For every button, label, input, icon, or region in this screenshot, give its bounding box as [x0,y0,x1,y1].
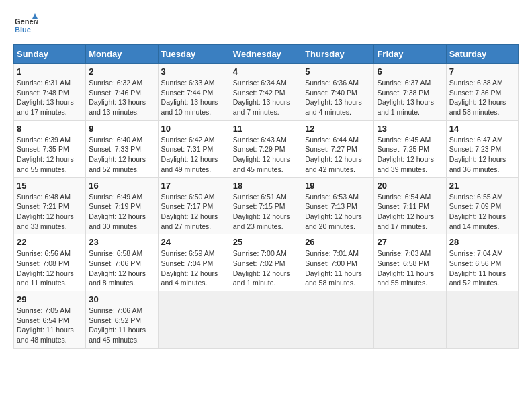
calendar-cell: 21Sunrise: 6:55 AM Sunset: 7:09 PM Dayli… [446,177,518,234]
day-number: 25 [233,237,299,247]
day-info: Sunrise: 6:39 AM Sunset: 7:35 PM Dayligh… [17,135,83,175]
day-number: 29 [17,294,83,304]
calendar-cell [158,291,230,349]
day-number: 3 [161,66,227,77]
day-number: 22 [17,237,83,247]
day-number: 15 [17,181,83,191]
day-number: 7 [449,66,515,77]
day-info: Sunrise: 6:38 AM Sunset: 7:36 PM Dayligh… [449,78,515,118]
day-number: 16 [89,181,154,191]
calendar-cell: 17Sunrise: 6:50 AM Sunset: 7:17 PM Dayli… [158,177,230,234]
day-info: Sunrise: 6:58 AM Sunset: 7:06 PM Dayligh… [89,248,154,288]
day-number: 6 [377,66,443,77]
day-info: Sunrise: 6:45 AM Sunset: 7:25 PM Dayligh… [377,135,443,175]
day-header-thursday: Thursday [302,45,374,64]
day-info: Sunrise: 6:34 AM Sunset: 7:42 PM Dayligh… [233,78,299,118]
day-number: 30 [89,294,154,304]
calendar-week-3: 15Sunrise: 6:48 AM Sunset: 7:21 PM Dayli… [14,177,519,234]
calendar-cell [446,291,518,349]
calendar-cell: 15Sunrise: 6:48 AM Sunset: 7:21 PM Dayli… [14,177,86,234]
calendar-cell [302,291,374,349]
day-number: 4 [233,66,299,77]
calendar-cell: 22Sunrise: 6:56 AM Sunset: 7:08 PM Dayli… [14,234,86,291]
calendar-cell: 19Sunrise: 6:53 AM Sunset: 7:13 PM Dayli… [302,177,374,234]
svg-text:Blue: Blue [15,26,31,34]
day-info: Sunrise: 6:54 AM Sunset: 7:11 PM Dayligh… [377,192,443,232]
day-info: Sunrise: 7:00 AM Sunset: 7:02 PM Dayligh… [233,248,299,288]
calendar-cell: 29Sunrise: 7:05 AM Sunset: 6:54 PM Dayli… [14,291,86,349]
day-info: Sunrise: 6:32 AM Sunset: 7:46 PM Dayligh… [89,78,154,118]
calendar-cell: 30Sunrise: 7:06 AM Sunset: 6:52 PM Dayli… [86,291,158,349]
calendar-week-4: 22Sunrise: 6:56 AM Sunset: 7:08 PM Dayli… [14,234,519,291]
calendar-cell: 18Sunrise: 6:51 AM Sunset: 7:15 PM Dayli… [230,177,302,234]
day-info: Sunrise: 7:01 AM Sunset: 7:00 PM Dayligh… [305,248,371,288]
day-number: 8 [17,124,83,134]
day-info: Sunrise: 6:59 AM Sunset: 7:04 PM Dayligh… [161,248,227,288]
day-info: Sunrise: 6:44 AM Sunset: 7:27 PM Dayligh… [305,135,371,175]
calendar-header-row: SundayMondayTuesdayWednesdayThursdayFrid… [14,45,519,64]
day-header-tuesday: Tuesday [158,45,230,64]
logo-icon: General Blue [13,13,38,38]
calendar-cell: 9Sunrise: 6:40 AM Sunset: 7:33 PM Daylig… [86,120,158,177]
calendar-cell: 26Sunrise: 7:01 AM Sunset: 7:00 PM Dayli… [302,234,374,291]
day-info: Sunrise: 6:50 AM Sunset: 7:17 PM Dayligh… [161,192,227,232]
day-number: 1 [17,66,83,77]
day-info: Sunrise: 6:55 AM Sunset: 7:09 PM Dayligh… [449,192,515,232]
day-number: 23 [89,237,154,247]
day-header-friday: Friday [374,45,446,64]
calendar-cell: 24Sunrise: 6:59 AM Sunset: 7:04 PM Dayli… [158,234,230,291]
calendar-cell: 20Sunrise: 6:54 AM Sunset: 7:11 PM Dayli… [374,177,446,234]
day-info: Sunrise: 6:31 AM Sunset: 7:48 PM Dayligh… [17,78,83,118]
day-info: Sunrise: 6:53 AM Sunset: 7:13 PM Dayligh… [305,192,371,232]
day-number: 20 [377,181,443,191]
calendar-cell: 2Sunrise: 6:32 AM Sunset: 7:46 PM Daylig… [86,64,158,121]
day-number: 14 [449,124,515,134]
day-info: Sunrise: 6:40 AM Sunset: 7:33 PM Dayligh… [89,135,154,175]
calendar-cell [230,291,302,349]
day-number: 12 [305,124,371,134]
calendar-week-2: 8Sunrise: 6:39 AM Sunset: 7:35 PM Daylig… [14,120,519,177]
calendar-cell: 10Sunrise: 6:42 AM Sunset: 7:31 PM Dayli… [158,120,230,177]
calendar-cell: 27Sunrise: 7:03 AM Sunset: 6:58 PM Dayli… [374,234,446,291]
day-number: 11 [233,124,299,134]
calendar-table: SundayMondayTuesdayWednesdayThursdayFrid… [13,44,519,349]
day-header-wednesday: Wednesday [230,45,302,64]
calendar-cell: 11Sunrise: 6:43 AM Sunset: 7:29 PM Dayli… [230,120,302,177]
day-info: Sunrise: 6:49 AM Sunset: 7:19 PM Dayligh… [89,192,154,232]
day-number: 24 [161,237,227,247]
day-number: 10 [161,124,227,134]
calendar-week-1: 1Sunrise: 6:31 AM Sunset: 7:48 PM Daylig… [14,64,519,121]
calendar-cell: 8Sunrise: 6:39 AM Sunset: 7:35 PM Daylig… [14,120,86,177]
day-number: 2 [89,66,154,77]
day-number: 19 [305,181,371,191]
day-info: Sunrise: 6:48 AM Sunset: 7:21 PM Dayligh… [17,192,83,232]
day-info: Sunrise: 6:51 AM Sunset: 7:15 PM Dayligh… [233,192,299,232]
calendar-cell: 6Sunrise: 6:37 AM Sunset: 7:38 PM Daylig… [374,64,446,121]
calendar-cell [374,291,446,349]
calendar-cell: 16Sunrise: 6:49 AM Sunset: 7:19 PM Dayli… [86,177,158,234]
day-number: 9 [89,124,154,134]
calendar-cell: 23Sunrise: 6:58 AM Sunset: 7:06 PM Dayli… [86,234,158,291]
calendar-cell: 7Sunrise: 6:38 AM Sunset: 7:36 PM Daylig… [446,64,518,121]
day-info: Sunrise: 7:05 AM Sunset: 6:54 PM Dayligh… [17,306,83,345]
day-number: 21 [449,181,515,191]
day-info: Sunrise: 7:03 AM Sunset: 6:58 PM Dayligh… [377,248,443,288]
calendar-cell: 3Sunrise: 6:33 AM Sunset: 7:44 PM Daylig… [158,64,230,121]
day-info: Sunrise: 6:33 AM Sunset: 7:44 PM Dayligh… [161,78,227,118]
page-header: General Blue [13,13,519,38]
day-info: Sunrise: 7:04 AM Sunset: 6:56 PM Dayligh… [449,248,515,288]
calendar-week-5: 29Sunrise: 7:05 AM Sunset: 6:54 PM Dayli… [14,291,519,349]
calendar-cell: 12Sunrise: 6:44 AM Sunset: 7:27 PM Dayli… [302,120,374,177]
calendar-cell: 28Sunrise: 7:04 AM Sunset: 6:56 PM Dayli… [446,234,518,291]
day-number: 27 [377,237,443,247]
day-number: 5 [305,66,371,77]
day-info: Sunrise: 6:56 AM Sunset: 7:08 PM Dayligh… [17,248,83,288]
day-info: Sunrise: 6:43 AM Sunset: 7:29 PM Dayligh… [233,135,299,175]
day-info: Sunrise: 6:47 AM Sunset: 7:23 PM Dayligh… [449,135,515,175]
day-number: 13 [377,124,443,134]
calendar-cell: 4Sunrise: 6:34 AM Sunset: 7:42 PM Daylig… [230,64,302,121]
svg-marker-2 [32,13,38,19]
calendar-cell: 5Sunrise: 6:36 AM Sunset: 7:40 PM Daylig… [302,64,374,121]
calendar-cell: 1Sunrise: 6:31 AM Sunset: 7:48 PM Daylig… [14,64,86,121]
calendar-cell: 25Sunrise: 7:00 AM Sunset: 7:02 PM Dayli… [230,234,302,291]
